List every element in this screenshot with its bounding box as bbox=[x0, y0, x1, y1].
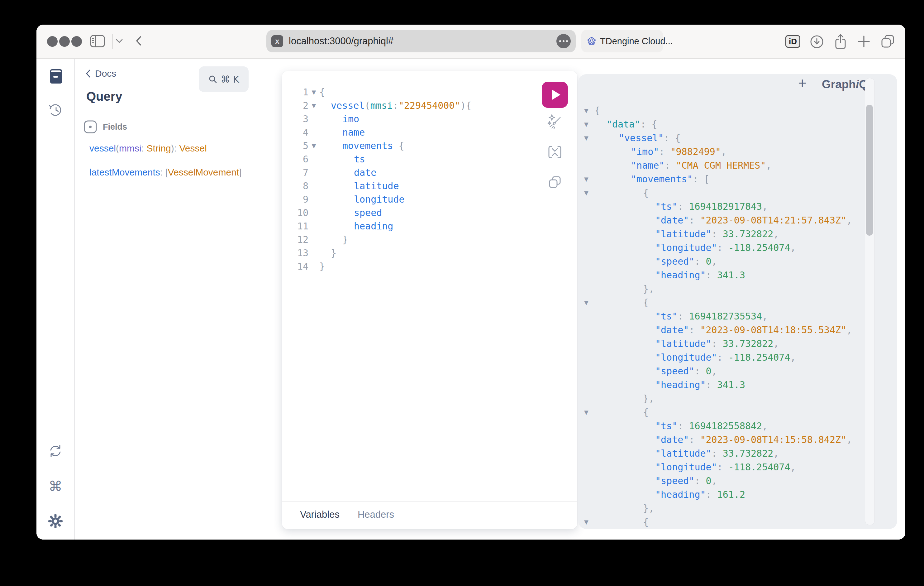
response-line: "ts": 1694182558842, bbox=[578, 419, 875, 433]
copy-query-icon[interactable] bbox=[547, 175, 562, 190]
code-text: }, bbox=[594, 503, 654, 514]
share-icon[interactable] bbox=[833, 33, 848, 50]
traffic-light-minimize[interactable] bbox=[59, 36, 70, 47]
docs-back-button[interactable]: Docs bbox=[86, 68, 116, 79]
editor-line: 7date bbox=[282, 166, 534, 179]
fold-arrow-icon[interactable]: ▼ bbox=[578, 299, 594, 306]
code-text: "movements": [ bbox=[594, 174, 710, 185]
code-text: "speed": 0, bbox=[594, 475, 717, 486]
fold-arrow-icon[interactable]: ▼ bbox=[309, 89, 319, 95]
fold-arrow-icon[interactable]: ▼ bbox=[309, 102, 319, 109]
execute-query-button[interactable] bbox=[542, 82, 568, 108]
response-line: "speed": 0, bbox=[578, 254, 875, 268]
docs-search-shortcut: ⌘ K bbox=[221, 74, 239, 85]
response-line: ▼{ bbox=[578, 295, 875, 309]
tab-overview-icon[interactable] bbox=[880, 34, 895, 49]
response-scrollbar-track[interactable] bbox=[865, 78, 875, 525]
code-text: "longitude": -118.254074, bbox=[594, 242, 796, 253]
code-text: } bbox=[319, 234, 348, 245]
fields-icon bbox=[84, 120, 97, 134]
docs-field-entry[interactable]: vessel(mmsi: String): Vessel bbox=[89, 143, 207, 154]
response-line: "ts": 1694182917843, bbox=[578, 199, 875, 213]
sidebar-toggle-icon[interactable] bbox=[90, 34, 105, 48]
tab-title: TDengine Cloud... bbox=[600, 36, 673, 46]
response-line: ▼"movements": [ bbox=[578, 172, 875, 186]
fold-arrow-icon[interactable]: ▼ bbox=[578, 409, 594, 415]
editor-line: 10speed bbox=[282, 206, 534, 219]
more-options-icon[interactable] bbox=[556, 34, 571, 48]
fold-arrow-icon[interactable]: ▼ bbox=[578, 519, 594, 525]
query-editor-card: 1▼{2▼vessel(mmsi:"229454000"){3imo4name5… bbox=[282, 71, 577, 529]
fold-arrow-icon[interactable]: ▼ bbox=[578, 121, 594, 127]
keyboard-shortcuts-icon[interactable]: ⌘ bbox=[48, 479, 63, 494]
response-line: "speed": 0, bbox=[578, 364, 875, 378]
fold-arrow-icon[interactable]: ▼ bbox=[578, 107, 594, 114]
code-text: heading bbox=[319, 221, 393, 232]
code-text: "speed": 0, bbox=[594, 366, 717, 377]
code-text: { bbox=[319, 87, 325, 98]
fold-arrow-icon[interactable]: ▼ bbox=[578, 190, 594, 196]
response-viewer: ▼{▼"data": {▼"vessel": {"imo": "9882499"… bbox=[578, 103, 875, 529]
code-text: } bbox=[319, 261, 325, 272]
line-number: 10 bbox=[282, 207, 309, 218]
fold-arrow-icon[interactable]: ▼ bbox=[578, 176, 594, 182]
line-number: 12 bbox=[282, 234, 309, 245]
address-bar[interactable]: x localhost:3000/graphiql# bbox=[266, 30, 576, 52]
docs-field-entry[interactable]: latestMovements: [VesselMovement] bbox=[89, 167, 242, 178]
code-text: "ts": 1694182735534, bbox=[594, 311, 767, 322]
response-line: "date": "2023-09-08T14:21:57.843Z", bbox=[578, 213, 875, 227]
code-text: "ts": 1694182558842, bbox=[594, 420, 767, 431]
play-icon bbox=[552, 89, 561, 100]
fold-arrow-icon[interactable]: ▼ bbox=[309, 142, 319, 149]
code-text: imo bbox=[319, 113, 359, 124]
response-line: "longitude": -118.254074, bbox=[578, 241, 875, 254]
chevron-down-icon[interactable] bbox=[116, 39, 123, 44]
new-tab-icon[interactable] bbox=[857, 35, 871, 48]
code-text: name bbox=[319, 127, 365, 138]
settings-gear-icon[interactable] bbox=[48, 514, 63, 529]
response-line: "longitude": -118.254074, bbox=[578, 350, 875, 364]
history-icon[interactable] bbox=[48, 103, 63, 118]
code-text: { bbox=[594, 297, 648, 308]
fold-arrow-icon[interactable]: ▼ bbox=[578, 135, 594, 141]
code-text: "date": "2023-09-08T14:18:55.534Z", bbox=[594, 324, 852, 335]
traffic-light-zoom[interactable] bbox=[71, 36, 82, 47]
editor-line: 6ts bbox=[282, 152, 534, 166]
docs-search-button[interactable]: ⌘ K bbox=[199, 66, 249, 92]
docs-book-icon[interactable] bbox=[48, 69, 63, 84]
response-line: ▼{ bbox=[578, 186, 875, 199]
response-scrollbar-thumb[interactable] bbox=[866, 105, 873, 236]
line-number: 5 bbox=[282, 140, 309, 151]
code-text: "longitude": -118.254074, bbox=[594, 352, 796, 363]
code-text: "latitude": 33.732822, bbox=[594, 338, 779, 349]
response-line: "imo": "9882499", bbox=[578, 145, 875, 158]
browser-toolbar: x localhost:3000/graphiql# TDengine Clou… bbox=[36, 25, 905, 59]
editor-line: 12} bbox=[282, 233, 534, 246]
response-line: "latitude": 33.732822, bbox=[578, 337, 875, 350]
code-text: "speed": 0, bbox=[594, 256, 717, 267]
tab-headers[interactable]: Headers bbox=[358, 509, 394, 520]
editor-line: 13} bbox=[282, 246, 534, 260]
response-line: }, bbox=[578, 501, 875, 515]
response-line: "name": "CMA CGM HERMES", bbox=[578, 158, 875, 172]
code-text: } bbox=[319, 247, 337, 258]
refetch-schema-icon[interactable] bbox=[48, 444, 63, 459]
merge-fragments-icon[interactable] bbox=[547, 145, 562, 160]
downloads-icon[interactable] bbox=[810, 35, 824, 49]
code-text: vessel(mmsi:"229454000"){ bbox=[319, 100, 472, 111]
code-text: "heading": 161.2 bbox=[594, 489, 745, 500]
back-icon[interactable] bbox=[135, 36, 142, 46]
traffic-light-close[interactable] bbox=[47, 36, 58, 47]
extension-id-icon[interactable]: iD bbox=[785, 35, 800, 48]
line-number: 3 bbox=[282, 113, 309, 124]
response-line: "ts": 1694182735534, bbox=[578, 309, 875, 323]
line-number: 9 bbox=[282, 194, 309, 205]
code-text: { bbox=[594, 407, 648, 418]
tab-tdengine-cloud[interactable]: TDengine Cloud... bbox=[581, 30, 663, 52]
tab-variables[interactable]: Variables bbox=[300, 509, 340, 520]
prettify-icon[interactable] bbox=[547, 114, 562, 129]
response-line: }, bbox=[578, 391, 875, 405]
query-editor[interactable]: 1▼{2▼vessel(mmsi:"229454000"){3imo4name5… bbox=[282, 85, 534, 273]
add-tab-button[interactable]: + bbox=[796, 75, 808, 90]
line-number: 6 bbox=[282, 154, 309, 165]
